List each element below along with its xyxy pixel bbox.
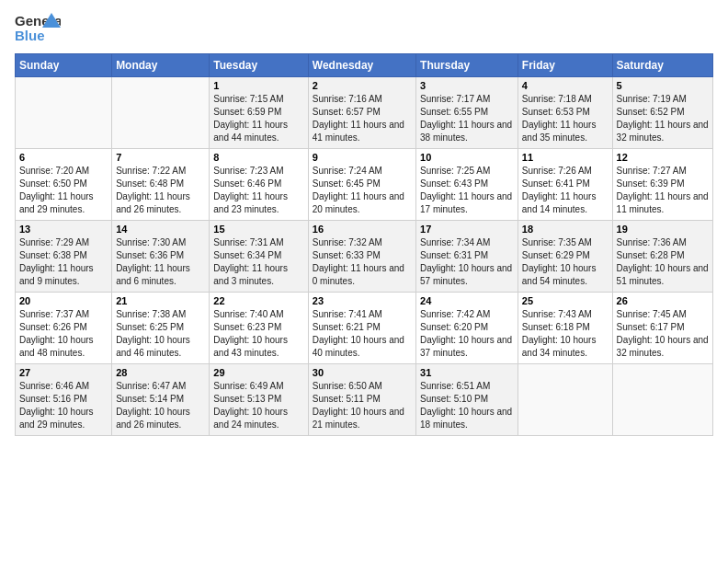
calendar-cell: 28Sunrise: 6:47 AM Sunset: 5:14 PM Dayli… xyxy=(112,364,210,436)
page: GeneralBlue SundayMondayTuesdayWednesday… xyxy=(0,0,728,563)
calendar-cell: 18Sunrise: 7:35 AM Sunset: 6:29 PM Dayli… xyxy=(518,221,612,293)
calendar-cell xyxy=(518,364,612,436)
header-day-thursday: Thursday xyxy=(416,54,518,77)
calendar-cell xyxy=(16,77,112,149)
day-number: 23 xyxy=(313,295,412,306)
calendar-cell: 12Sunrise: 7:27 AM Sunset: 6:39 PM Dayli… xyxy=(612,149,712,221)
day-info: Sunrise: 7:38 AM Sunset: 6:25 PM Dayligh… xyxy=(116,308,205,360)
calendar-cell: 6Sunrise: 7:20 AM Sunset: 6:50 PM Daylig… xyxy=(16,149,112,221)
day-info: Sunrise: 7:26 AM Sunset: 6:41 PM Dayligh… xyxy=(522,165,609,216)
header-day-friday: Friday xyxy=(518,54,612,77)
day-info: Sunrise: 7:20 AM Sunset: 6:50 PM Dayligh… xyxy=(19,165,108,216)
day-number: 12 xyxy=(617,152,709,163)
day-number: 21 xyxy=(116,295,205,306)
calendar-cell: 15Sunrise: 7:31 AM Sunset: 6:34 PM Dayli… xyxy=(210,221,308,293)
calendar-cell: 9Sunrise: 7:24 AM Sunset: 6:45 PM Daylig… xyxy=(308,149,415,221)
day-number: 13 xyxy=(19,224,108,235)
day-number: 9 xyxy=(313,152,412,163)
day-info: Sunrise: 7:45 AM Sunset: 6:17 PM Dayligh… xyxy=(617,308,709,360)
calendar-cell: 8Sunrise: 7:23 AM Sunset: 6:46 PM Daylig… xyxy=(210,149,308,221)
week-row-4: 20Sunrise: 7:37 AM Sunset: 6:26 PM Dayli… xyxy=(16,293,713,364)
day-info: Sunrise: 7:34 AM Sunset: 6:31 PM Dayligh… xyxy=(420,236,514,288)
day-info: Sunrise: 7:31 AM Sunset: 6:34 PM Dayligh… xyxy=(213,236,303,288)
day-number: 17 xyxy=(420,224,514,235)
day-info: Sunrise: 7:19 AM Sunset: 6:52 PM Dayligh… xyxy=(617,93,709,144)
day-info: Sunrise: 6:46 AM Sunset: 5:16 PM Dayligh… xyxy=(19,380,108,431)
calendar-cell: 13Sunrise: 7:29 AM Sunset: 6:38 PM Dayli… xyxy=(16,221,112,293)
day-number: 3 xyxy=(420,80,514,91)
day-number: 2 xyxy=(313,80,412,91)
calendar-cell: 30Sunrise: 6:50 AM Sunset: 5:11 PM Dayli… xyxy=(308,364,415,436)
day-number: 6 xyxy=(19,152,108,163)
day-number: 29 xyxy=(213,367,303,378)
week-row-5: 27Sunrise: 6:46 AM Sunset: 5:16 PM Dayli… xyxy=(16,364,713,436)
header-day-tuesday: Tuesday xyxy=(210,54,308,77)
day-number: 27 xyxy=(19,367,108,378)
header-day-saturday: Saturday xyxy=(612,54,712,77)
day-number: 24 xyxy=(420,295,514,306)
day-number: 5 xyxy=(617,80,709,91)
day-info: Sunrise: 6:47 AM Sunset: 5:14 PM Dayligh… xyxy=(116,380,205,431)
day-info: Sunrise: 7:29 AM Sunset: 6:38 PM Dayligh… xyxy=(19,236,108,288)
day-info: Sunrise: 6:49 AM Sunset: 5:13 PM Dayligh… xyxy=(213,380,303,431)
day-info: Sunrise: 7:40 AM Sunset: 6:23 PM Dayligh… xyxy=(213,308,303,360)
calendar-cell: 26Sunrise: 7:45 AM Sunset: 6:17 PM Dayli… xyxy=(612,293,712,364)
calendar-cell: 25Sunrise: 7:43 AM Sunset: 6:18 PM Dayli… xyxy=(518,293,612,364)
day-number: 4 xyxy=(522,80,609,91)
day-info: Sunrise: 7:42 AM Sunset: 6:20 PM Dayligh… xyxy=(420,308,514,360)
week-row-2: 6Sunrise: 7:20 AM Sunset: 6:50 PM Daylig… xyxy=(16,149,713,221)
day-info: Sunrise: 7:36 AM Sunset: 6:28 PM Dayligh… xyxy=(617,236,709,288)
logo: GeneralBlue xyxy=(15,11,61,46)
day-info: Sunrise: 7:35 AM Sunset: 6:29 PM Dayligh… xyxy=(522,236,609,288)
day-number: 22 xyxy=(213,295,303,306)
calendar-cell: 16Sunrise: 7:32 AM Sunset: 6:33 PM Dayli… xyxy=(308,221,415,293)
calendar-cell: 19Sunrise: 7:36 AM Sunset: 6:28 PM Dayli… xyxy=(612,221,712,293)
day-number: 7 xyxy=(116,152,205,163)
day-number: 28 xyxy=(116,367,205,378)
svg-text:Blue: Blue xyxy=(15,28,45,43)
day-info: Sunrise: 7:41 AM Sunset: 6:21 PM Dayligh… xyxy=(313,308,412,360)
calendar-cell: 17Sunrise: 7:34 AM Sunset: 6:31 PM Dayli… xyxy=(416,221,518,293)
day-number: 11 xyxy=(522,152,609,163)
week-row-1: 1Sunrise: 7:15 AM Sunset: 6:59 PM Daylig… xyxy=(16,77,713,149)
day-info: Sunrise: 7:17 AM Sunset: 6:55 PM Dayligh… xyxy=(420,93,514,144)
calendar-cell: 3Sunrise: 7:17 AM Sunset: 6:55 PM Daylig… xyxy=(416,77,518,149)
day-number: 1 xyxy=(213,80,303,91)
calendar-table: SundayMondayTuesdayWednesdayThursdayFrid… xyxy=(15,53,713,436)
header-day-sunday: Sunday xyxy=(16,54,112,77)
calendar-cell: 22Sunrise: 7:40 AM Sunset: 6:23 PM Dayli… xyxy=(210,293,308,364)
day-number: 26 xyxy=(617,295,709,306)
day-info: Sunrise: 7:18 AM Sunset: 6:53 PM Dayligh… xyxy=(522,93,609,144)
day-info: Sunrise: 7:32 AM Sunset: 6:33 PM Dayligh… xyxy=(313,236,412,288)
calendar-cell: 31Sunrise: 6:51 AM Sunset: 5:10 PM Dayli… xyxy=(416,364,518,436)
calendar-cell: 7Sunrise: 7:22 AM Sunset: 6:48 PM Daylig… xyxy=(112,149,210,221)
calendar-cell xyxy=(112,77,210,149)
calendar-cell: 20Sunrise: 7:37 AM Sunset: 6:26 PM Dayli… xyxy=(16,293,112,364)
week-row-3: 13Sunrise: 7:29 AM Sunset: 6:38 PM Dayli… xyxy=(16,221,713,293)
day-number: 8 xyxy=(213,152,303,163)
calendar-cell: 27Sunrise: 6:46 AM Sunset: 5:16 PM Dayli… xyxy=(16,364,112,436)
day-number: 25 xyxy=(522,295,609,306)
day-info: Sunrise: 7:22 AM Sunset: 6:48 PM Dayligh… xyxy=(116,165,205,216)
day-info: Sunrise: 7:23 AM Sunset: 6:46 PM Dayligh… xyxy=(213,165,303,216)
logo-svg: GeneralBlue xyxy=(15,11,61,46)
day-info: Sunrise: 7:16 AM Sunset: 6:57 PM Dayligh… xyxy=(313,93,412,144)
day-info: Sunrise: 7:24 AM Sunset: 6:45 PM Dayligh… xyxy=(313,165,412,216)
day-info: Sunrise: 7:27 AM Sunset: 6:39 PM Dayligh… xyxy=(617,165,709,216)
calendar-cell: 23Sunrise: 7:41 AM Sunset: 6:21 PM Dayli… xyxy=(308,293,415,364)
day-info: Sunrise: 6:50 AM Sunset: 5:11 PM Dayligh… xyxy=(313,380,412,431)
day-number: 20 xyxy=(19,295,108,306)
day-info: Sunrise: 7:37 AM Sunset: 6:26 PM Dayligh… xyxy=(19,308,108,360)
calendar-cell: 10Sunrise: 7:25 AM Sunset: 6:43 PM Dayli… xyxy=(416,149,518,221)
day-info: Sunrise: 6:51 AM Sunset: 5:10 PM Dayligh… xyxy=(420,380,514,431)
calendar-cell xyxy=(612,364,712,436)
calendar-cell: 11Sunrise: 7:26 AM Sunset: 6:41 PM Dayli… xyxy=(518,149,612,221)
calendar-cell: 14Sunrise: 7:30 AM Sunset: 6:36 PM Dayli… xyxy=(112,221,210,293)
calendar-cell: 2Sunrise: 7:16 AM Sunset: 6:57 PM Daylig… xyxy=(308,77,415,149)
day-number: 16 xyxy=(313,224,412,235)
day-number: 19 xyxy=(617,224,709,235)
day-number: 15 xyxy=(213,224,303,235)
calendar-cell: 24Sunrise: 7:42 AM Sunset: 6:20 PM Dayli… xyxy=(416,293,518,364)
calendar-cell: 5Sunrise: 7:19 AM Sunset: 6:52 PM Daylig… xyxy=(612,77,712,149)
day-number: 10 xyxy=(420,152,514,163)
